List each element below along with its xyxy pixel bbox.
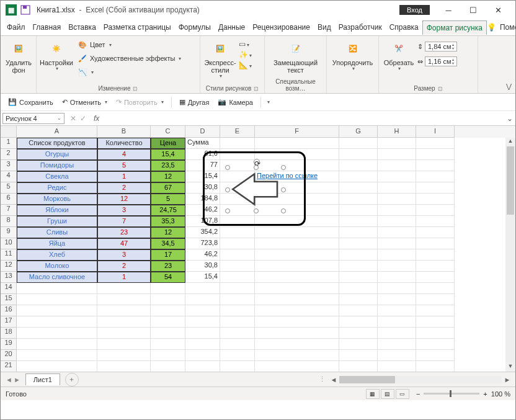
cell-A16[interactable] <box>17 305 97 316</box>
cell-D1[interactable]: Сумма <box>185 138 220 149</box>
cell-I9[interactable] <box>416 227 455 238</box>
cell-C12[interactable]: 23 <box>151 261 185 272</box>
cell-F20[interactable] <box>255 350 339 361</box>
resize-handle-n[interactable] <box>254 165 259 170</box>
cell-I14[interactable] <box>416 283 455 294</box>
cell-E20[interactable] <box>220 350 255 361</box>
cell-B2[interactable]: 4 <box>97 149 151 160</box>
cell-H21[interactable] <box>378 361 416 372</box>
cell-A12[interactable]: Молоко <box>17 261 97 272</box>
row-6[interactable]: 6 <box>1 194 17 205</box>
cell-I8[interactable] <box>416 216 455 227</box>
sheet-nav-next[interactable]: ► <box>14 376 20 383</box>
cell-I2[interactable] <box>416 149 455 160</box>
cell-G5[interactable] <box>339 182 378 194</box>
artistic-effects-button[interactable]: 🖌️Художественные эффекты▾ <box>75 52 184 65</box>
cell-A1[interactable]: Список продуктов <box>17 138 97 149</box>
cell-G13[interactable] <box>339 272 378 283</box>
formula-input[interactable] <box>103 117 504 120</box>
view-normal[interactable]: ▦ <box>366 389 380 399</box>
resize-handle-w[interactable] <box>225 187 230 192</box>
cell-E17[interactable] <box>220 316 255 328</box>
tab-help[interactable]: Справка <box>386 20 422 34</box>
horizontal-scrollbar[interactable]: ◄ ► <box>329 376 515 383</box>
cell-I12[interactable] <box>416 261 455 272</box>
cancel-formula-icon[interactable]: ✕ <box>70 114 76 123</box>
cell-H8[interactable] <box>378 216 416 227</box>
row-1[interactable]: 1 <box>1 138 17 149</box>
layout-icon[interactable]: 📐▾ <box>239 61 252 69</box>
cell-C9[interactable]: 12 <box>151 227 185 238</box>
cell-A13[interactable]: Масло сливочное <box>17 272 97 283</box>
dialog-launcher-change[interactable]: ⊡ <box>133 86 138 92</box>
zoom-slider[interactable] <box>424 393 479 395</box>
cell-H9[interactable] <box>378 227 416 238</box>
cell-E12[interactable] <box>220 261 255 272</box>
picture-styles-button[interactable]: 🖼️Экспресс-стили▾ <box>204 37 236 82</box>
cell-G17[interactable] <box>339 316 378 328</box>
cell-B1[interactable]: Количество <box>97 138 151 149</box>
cell-D17[interactable] <box>185 316 220 328</box>
zoom-in[interactable]: + <box>483 390 487 398</box>
cell-I17[interactable] <box>416 316 455 328</box>
cell-F14[interactable] <box>255 283 339 294</box>
dialog-launcher-size[interactable]: ⊡ <box>438 86 443 92</box>
cell-H13[interactable] <box>378 272 416 283</box>
tab-home[interactable]: Главная <box>29 20 65 34</box>
cell-H14[interactable] <box>378 283 416 294</box>
cell-C11[interactable]: 17 <box>151 249 185 261</box>
cell-G10[interactable] <box>339 238 378 249</box>
cell-I19[interactable] <box>416 339 455 350</box>
cell-D18[interactable] <box>185 328 220 339</box>
cell-I7[interactable] <box>416 205 455 216</box>
cell-G6[interactable] <box>339 194 378 205</box>
cell-A14[interactable] <box>17 283 97 294</box>
cell-C7[interactable]: 24,75 <box>151 205 185 216</box>
width-input[interactable]: ⇔1,16 см▴▾ <box>417 56 457 67</box>
qat-redo[interactable]: ↷Повторить▾ <box>113 97 166 107</box>
cell-E13[interactable] <box>220 272 255 283</box>
row-10[interactable]: 10 <box>1 238 17 249</box>
cell-I1[interactable] <box>416 138 455 149</box>
cell-E10[interactable] <box>220 238 255 249</box>
cell-F21[interactable] <box>255 361 339 372</box>
cell-B3[interactable]: 5 <box>97 160 151 171</box>
cell-G18[interactable] <box>339 328 378 339</box>
cell-A11[interactable]: Хлеб <box>17 249 97 261</box>
cell-I13[interactable] <box>416 272 455 283</box>
resize-handle-s[interactable] <box>254 208 259 213</box>
cell-B10[interactable]: 47 <box>97 238 151 249</box>
view-page-layout[interactable]: ▤ <box>381 389 394 399</box>
border-icon[interactable]: ▭▾ <box>239 40 252 48</box>
cell-F8[interactable] <box>255 216 339 227</box>
cell-C3[interactable]: 23,5 <box>151 160 185 171</box>
cell-B14[interactable] <box>97 283 151 294</box>
cell-F13[interactable] <box>255 272 339 283</box>
cell-C15[interactable] <box>151 294 185 305</box>
cell-C2[interactable]: 15,4 <box>151 149 185 160</box>
col-G[interactable]: G <box>339 126 378 138</box>
cell-E2[interactable] <box>220 149 255 160</box>
cell-D9[interactable]: 354,2 <box>185 227 220 238</box>
cell-H2[interactable] <box>378 149 416 160</box>
row-21[interactable]: 21 <box>1 361 17 372</box>
row-14[interactable]: 14 <box>1 283 17 294</box>
col-E[interactable]: E <box>220 126 255 138</box>
tab-formulas[interactable]: Формулы <box>175 20 215 34</box>
enter-formula-icon[interactable]: ✓ <box>80 114 86 123</box>
cell-E11[interactable] <box>220 249 255 261</box>
cell-E1[interactable] <box>220 138 255 149</box>
scroll-right[interactable]: ► <box>503 376 512 383</box>
cell-H3[interactable] <box>378 160 416 171</box>
col-C[interactable]: C <box>151 126 185 138</box>
cell-G21[interactable] <box>339 361 378 372</box>
qat-customize[interactable]: ▾ <box>267 99 270 105</box>
cell-I16[interactable] <box>416 305 455 316</box>
cell-C5[interactable]: 67 <box>151 182 185 194</box>
cell-I3[interactable] <box>416 160 455 171</box>
cell-D20[interactable] <box>185 350 220 361</box>
cell-B11[interactable]: 3 <box>97 249 151 261</box>
add-sheet-button[interactable]: ＋ <box>65 373 79 386</box>
cell-G9[interactable] <box>339 227 378 238</box>
cell-A2[interactable]: Огурцы <box>17 149 97 160</box>
